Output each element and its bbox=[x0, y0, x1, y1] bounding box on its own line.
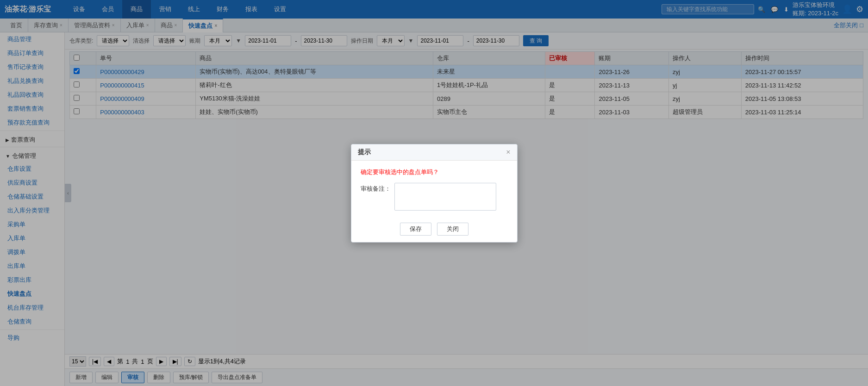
modal-footer: 保存 关闭 bbox=[351, 218, 517, 242]
modal-overlay: 提示 × 确定要审核选中的盘点单吗？ 审核备注： 保存 关闭 bbox=[0, 0, 868, 386]
modal-remark-label: 审核备注： bbox=[361, 183, 391, 193]
modal-title: 提示 bbox=[358, 148, 371, 156]
modal-save-button[interactable]: 保存 bbox=[400, 223, 431, 236]
modal-body: 确定要审核选中的盘点单吗？ 审核备注： bbox=[351, 161, 517, 218]
modal-close-x-button[interactable]: × bbox=[506, 148, 510, 156]
modal-remark-textarea[interactable] bbox=[394, 183, 496, 211]
modal-close-button[interactable]: 关闭 bbox=[437, 223, 468, 236]
modal-question-text: 确定要审核选中的盘点单吗？ bbox=[361, 168, 508, 176]
confirm-audit-modal: 提示 × 确定要审核选中的盘点单吗？ 审核备注： 保存 关闭 bbox=[351, 144, 518, 243]
modal-header: 提示 × bbox=[351, 144, 517, 161]
modal-remark-field: 审核备注： bbox=[361, 183, 508, 211]
